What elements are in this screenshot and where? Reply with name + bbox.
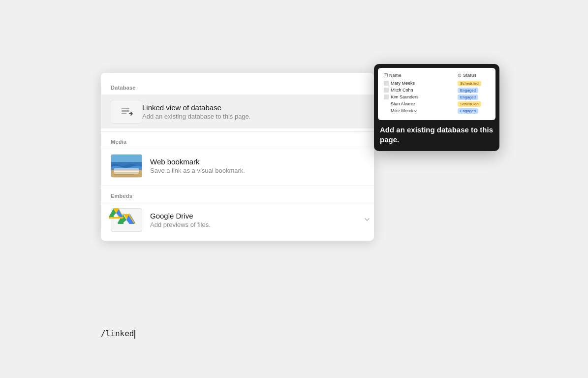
svg-rect-11	[384, 74, 388, 77]
divider-2	[101, 186, 374, 186]
preview-name-1: Mary Meeks	[384, 81, 456, 86]
preview-doc-icon-4	[384, 101, 389, 106]
status-badge-engaged-3: Engaged	[458, 94, 478, 100]
linked-db-desc: Add an existing database to this page.	[142, 113, 364, 120]
database-section-label: Database	[101, 81, 374, 94]
web-bookmark-desc: Save a link as a visual bookmark.	[150, 167, 364, 174]
preview-doc-icon-2	[384, 88, 389, 93]
preview-status-2: Engaged	[458, 88, 490, 93]
preview-row-2: Mitch Cohn Engaged	[384, 88, 490, 93]
status-badge-scheduled-4: Scheduled	[458, 101, 481, 107]
preview-doc-icon-5	[384, 108, 389, 113]
preview-name-3: Kim Saunders	[384, 94, 456, 99]
linked-db-menu-item[interactable]: Linked view of database Add an existing …	[101, 94, 374, 128]
text-cursor	[134, 330, 135, 339]
embeds-section-label: Embeds	[101, 189, 374, 203]
preview-name-header: Name	[384, 73, 456, 78]
svg-line-16	[460, 75, 461, 76]
web-bookmark-text: Web bookmark Save a link as a visual boo…	[150, 158, 364, 174]
google-drive-title: Google Drive	[150, 212, 364, 220]
svg-rect-8	[114, 174, 134, 175]
preview-status-3: Engaged	[458, 94, 490, 99]
preview-status-header: Status	[458, 73, 490, 78]
media-section-label: Media	[101, 135, 374, 149]
google-drive-text: Google Drive Add previews of files.	[150, 212, 364, 228]
linked-db-text: Linked view of database Add an existing …	[142, 103, 364, 120]
google-drive-desc: Add previews of files.	[150, 221, 364, 228]
preview-name-4: Stan Alvarez	[384, 101, 456, 106]
wave-image-icon	[111, 154, 142, 178]
preview-name-2: Mitch Cohn	[384, 88, 456, 93]
web-bookmark-icon	[111, 154, 142, 178]
tooltip-card: Name Status Mary Meeks Scheduled Mitch C…	[374, 64, 499, 151]
preview-name-5: Mike Mendez	[384, 108, 456, 113]
web-bookmark-title: Web bookmark	[150, 158, 364, 166]
web-bookmark-menu-item[interactable]: Web bookmark Save a link as a visual boo…	[101, 149, 374, 183]
preview-doc-icon-3	[384, 94, 389, 99]
svg-rect-0	[122, 108, 129, 109]
status-badge-engaged-5: Engaged	[458, 108, 478, 114]
svg-rect-2	[122, 113, 126, 114]
preview-row-4: Stan Alvarez Scheduled	[384, 101, 490, 106]
divider-1	[101, 131, 374, 132]
preview-status-1: Scheduled	[458, 81, 490, 86]
dropdown-panel: Database Linked view of database Add an …	[101, 73, 374, 241]
preview-row-3: Kim Saunders Engaged	[384, 94, 490, 99]
preview-status-4: Scheduled	[458, 101, 490, 106]
tooltip-description: Add an existing database to this page.	[374, 120, 499, 151]
google-drive-menu-item[interactable]: Google Drive Add previews of files.	[101, 203, 374, 237]
preview-doc-icon-1	[384, 81, 389, 86]
preview-row-5: Mike Mendez Engaged	[384, 108, 490, 113]
scroll-down-icon	[364, 216, 370, 224]
linked-db-title: Linked view of database	[142, 103, 364, 112]
preview-row-1: Mary Meeks Scheduled	[384, 81, 490, 86]
preview-status-5: Engaged	[458, 108, 490, 113]
svg-rect-10	[111, 217, 124, 219]
preview-table-header: Name Status	[384, 73, 490, 78]
google-drive-icon	[111, 208, 142, 232]
command-input[interactable]: /linked	[101, 329, 135, 339]
svg-rect-1	[122, 110, 129, 112]
tooltip-preview: Name Status Mary Meeks Scheduled Mitch C…	[378, 68, 495, 120]
status-badge-scheduled-1: Scheduled	[458, 81, 481, 86]
status-badge-engaged-2: Engaged	[458, 88, 478, 93]
linked-db-icon	[111, 100, 142, 124]
svg-rect-7	[114, 172, 140, 173]
